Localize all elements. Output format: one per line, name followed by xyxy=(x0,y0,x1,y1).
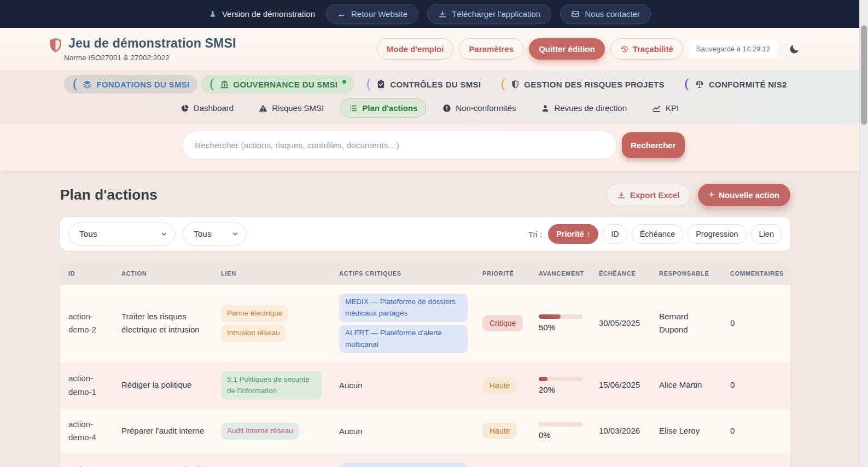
lien-cell: Audit interne réseau xyxy=(221,423,339,440)
topbar-buttons: ←Retour WebsiteTélécharger l'application… xyxy=(326,4,651,24)
sort-chip[interactable]: ID xyxy=(603,224,627,244)
progress-cell: 0% xyxy=(539,422,599,440)
column-header: Priorité xyxy=(482,270,539,277)
arrow-left-icon: ← xyxy=(337,9,346,19)
filter-select-2[interactable]: Tous xyxy=(183,223,247,246)
due-date: 30/05/2025 xyxy=(599,317,659,330)
main-tab-controles[interactable]: (CONTRÔLES DU SMSI xyxy=(358,75,489,94)
priority-badge: Critique xyxy=(482,315,523,331)
sub-tab-risques-smsi[interactable]: Risques SMSI xyxy=(250,98,333,118)
header-button[interactable]: Quitter édition xyxy=(529,38,605,60)
search-input[interactable] xyxy=(182,131,617,160)
export-excel-button[interactable]: Export Excel xyxy=(607,184,690,206)
header-button[interactable]: Mode d'emploi xyxy=(377,38,453,60)
lien-tag[interactable]: Audit interne réseau xyxy=(221,423,299,440)
tab-paren-decoration: ( xyxy=(209,79,214,90)
download-icon xyxy=(438,10,447,19)
actif-tag[interactable]: ALERT — Plateforme d'alerte multicanal xyxy=(339,325,468,353)
alert-circle-icon xyxy=(442,104,451,113)
app-window: Version de démonstration ←Retour Website… xyxy=(0,0,859,467)
clipboard-check-icon xyxy=(376,80,386,89)
history-icon xyxy=(620,45,629,54)
progress-cell: 50% xyxy=(539,314,599,332)
priority-badge: Haute xyxy=(482,377,517,394)
page-title-app: Jeu de démonstration SMSI xyxy=(68,36,236,51)
table-row[interactable]: action-demo-3Mettre en œuvre le plan de … xyxy=(60,453,790,467)
scales-icon xyxy=(695,79,704,89)
actif-tag[interactable]: MEDIX — Plateforme de dossiers médicaux … xyxy=(339,294,468,322)
topbar-button[interactable]: Télécharger l'application xyxy=(427,4,551,24)
main-tab-label: CONFORMITÉ NIS2 xyxy=(709,80,787,89)
topbar-button[interactable]: ←Retour Website xyxy=(326,4,418,24)
sub-tab-label: KPI xyxy=(666,103,679,113)
sub-tab-plan-d-actions[interactable]: Plan d'actions xyxy=(340,98,426,118)
select-value: Tous xyxy=(79,229,97,239)
actifs-cell: ALERT — Plateforme d'alerte multicanal xyxy=(339,463,482,467)
header-button[interactable]: Paramètres xyxy=(459,38,523,60)
tab-paren-decoration: ( xyxy=(684,79,690,90)
sort-label: Tri : xyxy=(528,230,542,239)
saved-status: Sauvegardé à 14:29:12 xyxy=(689,39,778,59)
responsable: Alice Martin xyxy=(659,378,730,392)
table-row[interactable]: action-demo-4Préparer l'audit interneAud… xyxy=(60,408,790,454)
header-button[interactable]: Traçabilité xyxy=(610,38,683,60)
version-label: Version de démonstration xyxy=(222,9,315,19)
actifs-empty: Aucun xyxy=(339,381,363,390)
version-badge: Version de démonstration xyxy=(208,9,315,19)
sub-tab-revues-de-direction[interactable]: Revues de direction xyxy=(532,98,636,118)
actif-tag[interactable]: ALERT — Plateforme d'alerte multicanal xyxy=(339,463,468,467)
layers-icon xyxy=(83,80,92,89)
action-title: Rédiger la politique xyxy=(121,378,221,392)
actifs-cell: Aucun xyxy=(339,381,482,390)
table-row[interactable]: action-demo-2Traiter les risques électri… xyxy=(60,284,790,362)
filter-selects: TousTous xyxy=(68,223,247,246)
priority-badge: Haute xyxy=(482,423,517,439)
main-tabs: (FONDATIONS DU SMSI(GOUVERNANCE DU SMSI(… xyxy=(0,75,859,94)
main-tab-gouvernance[interactable]: (GOUVERNANCE DU SMSI xyxy=(201,75,354,94)
sort-group: Tri : Priorité ↑IDÉchéanceProgressionLie… xyxy=(528,224,782,244)
scrollbar-thumb[interactable] xyxy=(861,25,867,125)
main-tab-gestion[interactable]: (GESTION DES RISQUES PROJETS xyxy=(492,75,673,94)
checklist-icon xyxy=(349,104,358,113)
column-header: Échéance xyxy=(599,270,659,277)
new-action-button[interactable]: + Nouvelle action xyxy=(698,184,790,206)
sub-tab-label: Dashboard xyxy=(194,103,234,113)
action-id: action-demo-1 xyxy=(68,372,121,399)
app-header: Jeu de démonstration SMSI Norme ISO27001… xyxy=(0,28,859,70)
table-row[interactable]: action-demo-1Rédiger la politique5.1 Pol… xyxy=(60,362,790,408)
bank-icon xyxy=(220,80,229,89)
topbar-button[interactable]: Nous contacter xyxy=(560,4,651,24)
chevron-down-icon xyxy=(160,230,168,238)
filter-select-1[interactable]: Tous xyxy=(68,223,176,246)
dark-mode-toggle[interactable] xyxy=(789,43,800,55)
sub-tab-label: Non-conformités xyxy=(456,103,516,113)
lien-tag[interactable]: Intrusion réseau xyxy=(221,325,286,342)
sort-chip[interactable]: Progression xyxy=(688,224,746,244)
vertical-scrollbar[interactable] xyxy=(859,0,868,467)
sort-chip[interactable]: Lien xyxy=(751,224,782,244)
search-button[interactable]: Rechercher xyxy=(622,132,685,158)
progress-value: 50% xyxy=(539,323,590,332)
tab-paren-decoration: ( xyxy=(72,79,78,90)
actions-table: IDActionLienActifs critiquesPrioritéAvan… xyxy=(60,262,790,467)
lien-tag[interactable]: Panne électrique xyxy=(221,305,288,322)
flask-icon xyxy=(208,10,217,19)
sub-tab-dashboard[interactable]: Dashboard xyxy=(172,98,242,118)
comments-count: 0 xyxy=(730,378,790,392)
topbar-button-label: Retour Website xyxy=(351,9,407,19)
action-title: Traiter les risques électrique et intrus… xyxy=(121,310,221,337)
actifs-cell: MEDIX — Plateforme de dossiers médicaux … xyxy=(339,294,482,353)
warning-triangle-icon xyxy=(259,104,267,113)
lien-cell: Panne électriqueIntrusion réseau xyxy=(221,305,339,342)
lien-tag[interactable]: 5.1 Politiques de sécurité de l'informat… xyxy=(221,371,322,400)
main-tab-conformite[interactable]: (CONFORMITÉ NIS2 xyxy=(676,75,795,94)
sort-chip[interactable]: Échéance xyxy=(632,224,684,244)
main-tab-fondations[interactable]: (FONDATIONS DU SMSI xyxy=(64,75,197,94)
shield-small-icon xyxy=(511,80,520,89)
table-body: action-demo-2Traiter les risques électri… xyxy=(60,284,790,467)
action-id: action-demo-2 xyxy=(68,310,121,337)
sub-tab-non-conformit-s[interactable]: Non-conformités xyxy=(434,98,525,118)
sub-tab-kpi[interactable]: KPI xyxy=(643,98,688,118)
sort-chip[interactable]: Priorité ↑ xyxy=(548,224,598,244)
progress-value: 20% xyxy=(539,385,590,394)
